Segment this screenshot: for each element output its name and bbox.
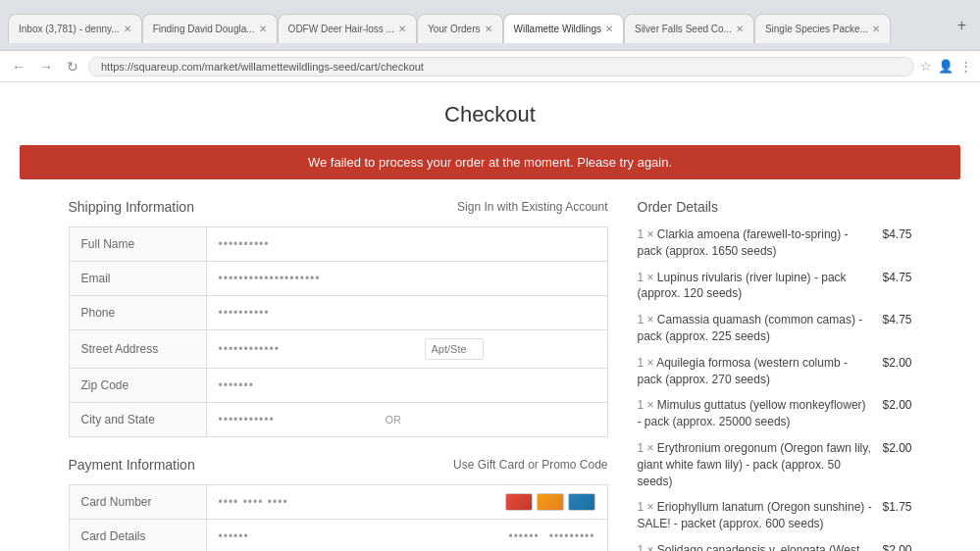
tab-label: Your Orders bbox=[428, 24, 481, 34]
tab-close-icon[interactable]: ✕ bbox=[736, 24, 744, 34]
street-input[interactable] bbox=[219, 342, 415, 356]
checkout-layout: Shipping Information Sign In with Existi… bbox=[69, 199, 912, 551]
email-row: Email bbox=[70, 262, 607, 296]
card-number-input-area bbox=[207, 485, 607, 519]
order-items: 1 × Clarkia amoena (farewell-to-spring) … bbox=[638, 226, 912, 551]
tab-close-icon[interactable]: ✕ bbox=[124, 24, 131, 34]
phone-input[interactable] bbox=[219, 306, 595, 320]
tab-close-icon[interactable]: ✕ bbox=[605, 24, 613, 34]
city-input[interactable] bbox=[219, 413, 376, 426]
payment-header: Payment Information Use Gift Card or Pro… bbox=[69, 457, 608, 473]
tab-close-icon[interactable]: ✕ bbox=[872, 24, 880, 34]
tab-list: Inbox (3,781) - denny...✕Finding David D… bbox=[8, 8, 946, 43]
address-input[interactable] bbox=[88, 57, 914, 76]
order-item-price: $1.75 bbox=[882, 499, 911, 516]
order-item: 1 × Eriophyllum lanatum (Oregon sunshine… bbox=[638, 499, 912, 532]
zip-row: Zip Code bbox=[70, 369, 607, 403]
browser-tab-tab-willamette[interactable]: Willamette Wildlings✕ bbox=[503, 14, 624, 43]
shipping-header: Shipping Information Sign In with Existi… bbox=[69, 199, 608, 215]
tab-label: Finding David Dougla... bbox=[153, 24, 255, 34]
browser-tab-tab-gmail[interactable]: Inbox (3,781) - denny...✕ bbox=[8, 14, 142, 43]
email-input[interactable] bbox=[219, 272, 595, 285]
order-item-qty: 1 × bbox=[638, 227, 657, 241]
browser-tab-tab-silverfalls[interactable]: Silver Falls Seed Co...✕ bbox=[624, 14, 754, 43]
card-number-label: Card Number bbox=[70, 485, 207, 519]
payment-section-title: Payment Information bbox=[69, 457, 195, 473]
order-item-price: $4.75 bbox=[882, 270, 911, 286]
tab-close-icon[interactable]: ✕ bbox=[485, 24, 492, 34]
browser-tab-tab-david[interactable]: Finding David Dougla...✕ bbox=[142, 14, 278, 43]
order-item-price: $4.75 bbox=[882, 312, 911, 328]
card-expiry: •••••• bbox=[508, 529, 539, 543]
card-details-label: Card Details bbox=[70, 520, 207, 551]
card-icon-3 bbox=[568, 493, 595, 511]
card-details-input[interactable] bbox=[219, 529, 499, 543]
zip-label: Zip Code bbox=[70, 369, 207, 402]
order-item-qty: 1 × bbox=[638, 313, 657, 326]
checkout-right: Order Details 1 × Clarkia amoena (farewe… bbox=[638, 199, 912, 551]
order-item-qty: 1 × bbox=[638, 500, 657, 514]
zip-input[interactable] bbox=[219, 378, 595, 392]
browser-tab-tab-amazon[interactable]: Your Orders✕ bbox=[417, 14, 503, 43]
tab-label: Inbox (3,781) - denny... bbox=[19, 24, 120, 34]
sign-in-link[interactable]: Sign In with Existing Account bbox=[457, 200, 607, 214]
full-name-input[interactable] bbox=[219, 237, 595, 251]
order-item-qty: 1 × bbox=[638, 271, 657, 284]
tab-close-icon[interactable]: ✕ bbox=[259, 24, 267, 34]
address-bar-row: ← → ↻ ☆ 👤 ⋮ bbox=[0, 51, 980, 82]
card-cvv: ••••••••• bbox=[549, 529, 595, 543]
full-name-row: Full Name bbox=[70, 227, 607, 262]
forward-button[interactable]: → bbox=[35, 57, 57, 76]
shipping-form: Full Name Email Phone bbox=[69, 226, 608, 437]
phone-row: Phone bbox=[70, 296, 607, 330]
payment-section: Payment Information Use Gift Card or Pro… bbox=[69, 457, 608, 551]
full-name-label: Full Name bbox=[70, 227, 207, 261]
card-number-row: Card Number bbox=[70, 485, 607, 520]
shipping-section-title: Shipping Information bbox=[69, 199, 194, 215]
street-input-area bbox=[207, 330, 607, 368]
bookmark-icon[interactable]: ☆ bbox=[920, 59, 932, 74]
card-number-input[interactable] bbox=[219, 495, 495, 509]
order-item-qty: 1 × bbox=[638, 398, 657, 412]
order-item-name: 1 × Mimulus guttatus (yellow monkeyflowe… bbox=[638, 397, 883, 430]
payment-form: Card Number Card Details bbox=[69, 484, 608, 551]
tab-close-icon[interactable]: ✕ bbox=[398, 24, 406, 34]
phone-input-area bbox=[207, 296, 607, 329]
error-banner: We failed to process your order at the m… bbox=[20, 145, 960, 179]
order-item-qty: 1 × bbox=[638, 356, 657, 370]
menu-icon[interactable]: ⋮ bbox=[959, 59, 972, 74]
back-button[interactable]: ← bbox=[8, 57, 29, 76]
browser-nav-icons: ☆ 👤 ⋮ bbox=[920, 59, 972, 74]
order-item: 1 × Mimulus guttatus (yellow monkeyflowe… bbox=[638, 397, 912, 430]
phone-label: Phone bbox=[70, 296, 207, 329]
new-tab-button[interactable]: + bbox=[952, 17, 972, 34]
street-label: Street Address bbox=[70, 330, 207, 368]
apt-ste-input[interactable] bbox=[425, 338, 484, 360]
email-label: Email bbox=[70, 262, 207, 295]
card-details-input-area: •••••• ••••••••• bbox=[207, 520, 607, 551]
browser-tab-tab-odfwdeer[interactable]: ODFW Deer Hair-loss ...✕ bbox=[278, 14, 417, 43]
card-icon-1 bbox=[505, 493, 533, 511]
reload-button[interactable]: ↻ bbox=[63, 57, 82, 76]
order-item-price: $2.00 bbox=[882, 355, 911, 372]
browser-tab-tab-singlespecies[interactable]: Single Species Packe...✕ bbox=[754, 14, 891, 43]
browser-tabs-bar: Inbox (3,781) - denny...✕Finding David D… bbox=[0, 0, 980, 51]
or-text: OR bbox=[386, 414, 402, 426]
profile-icon[interactable]: 👤 bbox=[938, 59, 954, 74]
page-content: Checkout We failed to process your order… bbox=[0, 82, 980, 551]
order-item: 1 × Camassia quamash (common camas) - pa… bbox=[638, 312, 912, 345]
order-item-qty: 1 × bbox=[638, 543, 657, 551]
order-item: 1 × Aquilegia formosa (western columb - … bbox=[638, 355, 912, 388]
email-input-area bbox=[207, 262, 607, 295]
zip-input-area bbox=[207, 369, 607, 402]
gift-card-link[interactable]: Use Gift Card or Promo Code bbox=[453, 458, 607, 472]
tab-label: ODFW Deer Hair-loss ... bbox=[288, 24, 394, 34]
order-item-price: $2.00 bbox=[882, 440, 911, 457]
order-item: 1 × Clarkia amoena (farewell-to-spring) … bbox=[638, 226, 912, 260]
order-item-name: 1 × Erythronium oregonum (Oregon fawn li… bbox=[638, 440, 883, 489]
city-state-label: City and State bbox=[70, 403, 207, 436]
order-item: 1 × Solidago canadensis v. elongata (Wes… bbox=[638, 542, 912, 551]
order-item-name: 1 × Clarkia amoena (farewell-to-spring) … bbox=[638, 226, 883, 260]
page-title: Checkout bbox=[20, 102, 960, 127]
order-item: 1 × Lupinus rivularis (river lupine) - p… bbox=[638, 270, 912, 303]
